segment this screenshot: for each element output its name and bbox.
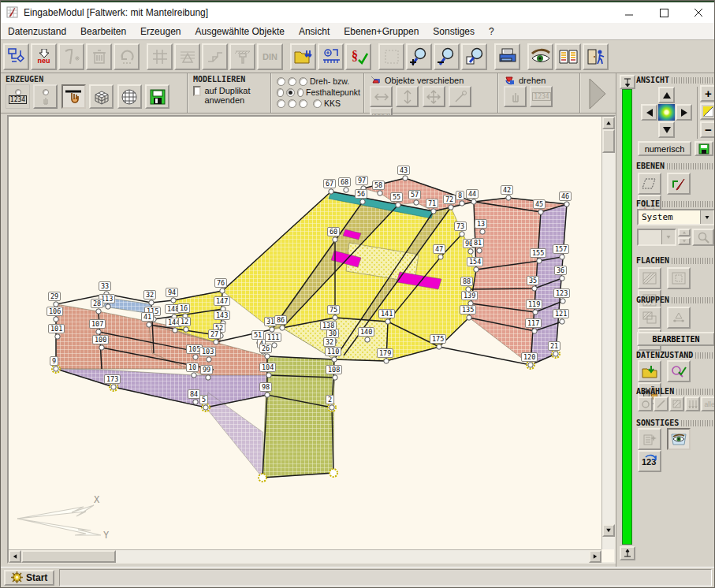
draw-line-tool-button[interactable] xyxy=(61,84,86,109)
folie-spin-up-button[interactable] xyxy=(678,229,691,236)
section-button[interactable] xyxy=(229,43,255,70)
model-node[interactable] xyxy=(147,322,151,327)
model-node[interactable] xyxy=(280,326,285,330)
point-radio-8[interactable] xyxy=(288,99,296,108)
face-hatch-button[interactable] xyxy=(638,267,661,289)
manual-button[interactable] xyxy=(555,43,581,70)
zoom-out-button[interactable] xyxy=(434,43,460,70)
minimize-button[interactable] xyxy=(612,2,646,23)
model-node[interactable] xyxy=(466,287,471,292)
maximize-button[interactable] xyxy=(646,2,681,23)
model-node[interactable] xyxy=(218,333,223,338)
menu-datenzustand[interactable]: Datenzustand xyxy=(1,24,73,39)
vertical-scroll-thumb[interactable] xyxy=(602,129,615,153)
taskbar-tray[interactable] xyxy=(59,569,712,586)
model-node[interactable] xyxy=(206,375,210,380)
point-radio-9[interactable] xyxy=(299,99,307,108)
undo-button[interactable] xyxy=(114,43,140,70)
bearbeiten-button[interactable]: BEARBEITEN xyxy=(637,332,715,346)
model-node[interactable] xyxy=(193,355,198,359)
deselect-faces-button[interactable] xyxy=(669,396,684,411)
scroll-down-button[interactable] xyxy=(602,524,615,537)
view-button[interactable] xyxy=(527,43,553,70)
duplicate-checkbox[interactable] xyxy=(193,86,201,96)
model-node[interactable] xyxy=(532,286,537,291)
edit-plane-button[interactable] xyxy=(667,173,691,195)
point-radio-6[interactable] xyxy=(297,88,304,97)
model-node[interactable] xyxy=(272,343,277,348)
model-node[interactable] xyxy=(172,314,177,319)
model-node[interactable] xyxy=(220,288,225,293)
model-node[interactable] xyxy=(480,229,485,234)
plane-button[interactable] xyxy=(638,173,661,195)
flowchart-button[interactable] xyxy=(3,43,29,70)
model-node[interactable] xyxy=(468,301,473,306)
model-node[interactable] xyxy=(270,327,274,332)
point-radio-2[interactable] xyxy=(288,77,296,86)
model-node[interactable] xyxy=(327,331,332,336)
model-node[interactable] xyxy=(361,186,366,191)
model-node[interactable] xyxy=(214,340,218,344)
model-node[interactable] xyxy=(449,205,453,210)
model-node[interactable] xyxy=(221,321,225,326)
deselect-nodes-button[interactable] xyxy=(638,396,653,411)
model-node[interactable] xyxy=(460,232,464,236)
menu-sonstiges[interactable]: Sonstiges xyxy=(426,24,482,39)
zoom-window-button[interactable] xyxy=(461,43,487,70)
move-vector-button[interactable] xyxy=(449,86,471,107)
anchor-node[interactable] xyxy=(259,474,266,482)
point-radio-4[interactable] xyxy=(277,88,284,97)
model-node[interactable] xyxy=(332,357,337,362)
pin-panel-button[interactable] xyxy=(620,75,635,89)
folie-spin-down-button[interactable] xyxy=(678,237,691,245)
model-node[interactable] xyxy=(437,344,441,349)
cylinder-mesh-button[interactable] xyxy=(117,84,142,109)
folie-select[interactable]: System xyxy=(637,209,715,225)
model-node[interactable] xyxy=(532,329,537,333)
model-node[interactable] xyxy=(207,357,211,362)
model-node[interactable] xyxy=(330,405,334,410)
model-node[interactable] xyxy=(414,200,419,205)
model-node[interactable] xyxy=(560,276,564,281)
scroll-up-button[interactable] xyxy=(602,117,615,129)
model-node[interactable] xyxy=(55,334,60,339)
model-node[interactable] xyxy=(537,259,542,263)
folie-dropdown-arrow-icon[interactable] xyxy=(700,210,713,224)
save-mesh-button[interactable] xyxy=(145,84,169,109)
norms-button[interactable]: § xyxy=(345,43,371,70)
model-node[interactable] xyxy=(265,393,270,397)
model-node[interactable] xyxy=(474,267,479,272)
exit-button[interactable] xyxy=(583,43,609,70)
view-up-button[interactable] xyxy=(658,87,675,103)
model-node[interactable] xyxy=(360,199,365,204)
model-node[interactable] xyxy=(460,201,464,206)
din-button[interactable]: DIN xyxy=(257,43,283,70)
selection-marquee-button[interactable] xyxy=(378,43,404,70)
start-button[interactable]: Start xyxy=(4,570,54,586)
menu-help[interactable]: ? xyxy=(482,24,501,39)
print-button[interactable] xyxy=(494,43,520,70)
visibility-button[interactable] xyxy=(667,428,691,450)
numeric-view-button[interactable]: numerisch xyxy=(638,141,691,156)
numeric-create-button[interactable]: 1234 xyxy=(6,84,30,109)
model-node[interactable] xyxy=(54,367,58,371)
model-node[interactable] xyxy=(403,176,408,180)
renumber-button[interactable]: 123 xyxy=(638,450,661,472)
scroll-left-button[interactable] xyxy=(9,550,21,563)
menu-ausgewaehlte-objekte[interactable]: Ausgewählte Objekte xyxy=(188,24,291,39)
model-node[interactable] xyxy=(528,363,533,367)
model-node[interactable] xyxy=(171,298,176,303)
model-node[interactable] xyxy=(396,203,400,207)
model-node[interactable] xyxy=(385,319,390,324)
model-node[interactable] xyxy=(467,315,471,320)
group-supports-button[interactable] xyxy=(667,307,691,329)
unpin-panel-button[interactable] xyxy=(620,546,635,560)
toolbar-expander[interactable] xyxy=(581,73,613,113)
view-right-button[interactable] xyxy=(676,104,692,121)
rotate-pick-button[interactable] xyxy=(504,86,527,107)
model-node[interactable] xyxy=(184,327,188,332)
anchor-node[interactable] xyxy=(330,469,337,477)
pick-create-radio[interactable] xyxy=(43,89,49,95)
close-button[interactable] xyxy=(681,2,715,23)
face-frame-button[interactable] xyxy=(667,267,691,289)
